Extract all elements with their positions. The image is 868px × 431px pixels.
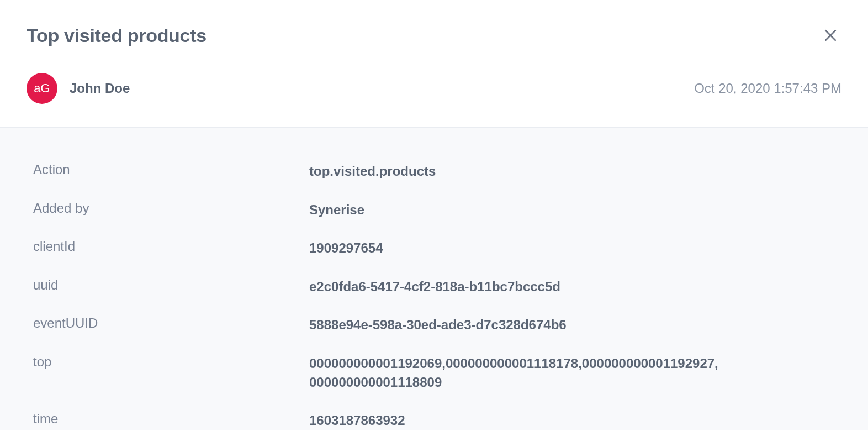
- detail-row-addedby: Added by Synerise: [33, 201, 835, 219]
- detail-label: Added by: [33, 201, 309, 216]
- detail-row-top: top 000000000001192069,00000000000111817…: [33, 354, 835, 391]
- detail-value: Synerise: [309, 201, 364, 219]
- close-button[interactable]: [819, 24, 841, 46]
- detail-label: Action: [33, 162, 309, 177]
- detail-label: top: [33, 354, 309, 370]
- avatar: aG: [27, 73, 57, 104]
- details-section: Action top.visited.products Added by Syn…: [0, 127, 868, 430]
- panel-header: Top visited products aG John Doe Oct 20,…: [0, 0, 868, 127]
- close-icon: [822, 27, 839, 44]
- detail-label: uuid: [33, 277, 309, 293]
- detail-value: 1603187863932: [309, 411, 405, 430]
- event-timestamp: Oct 20, 2020 1:57:43 PM: [694, 81, 841, 96]
- detail-label: eventUUID: [33, 316, 309, 331]
- detail-label: clientId: [33, 239, 309, 254]
- detail-row-action: Action top.visited.products: [33, 162, 835, 181]
- user-name: John Doe: [70, 81, 130, 96]
- detail-row-uuid: uuid e2c0fda6-5417-4cf2-818a-b11bc7bccc5…: [33, 277, 835, 296]
- title-row: Top visited products: [27, 24, 841, 46]
- detail-row-eventuuid: eventUUID 5888e94e-598a-30ed-ade3-d7c328…: [33, 316, 835, 334]
- detail-row-clientid: clientId 1909297654: [33, 239, 835, 257]
- user-info: aG John Doe: [27, 73, 130, 104]
- user-row: aG John Doe Oct 20, 2020 1:57:43 PM: [27, 73, 841, 127]
- detail-label: time: [33, 411, 309, 427]
- detail-value: e2c0fda6-5417-4cf2-818a-b11bc7bccc5d: [309, 277, 560, 296]
- detail-value: 5888e94e-598a-30ed-ade3-d7c328d674b6: [309, 316, 567, 334]
- detail-value: 000000000001192069,000000000001118178,00…: [309, 354, 835, 391]
- detail-value: 1909297654: [309, 239, 383, 257]
- detail-row-time: time 1603187863932: [33, 411, 835, 430]
- detail-value: top.visited.products: [309, 162, 436, 181]
- panel-title: Top visited products: [27, 25, 207, 46]
